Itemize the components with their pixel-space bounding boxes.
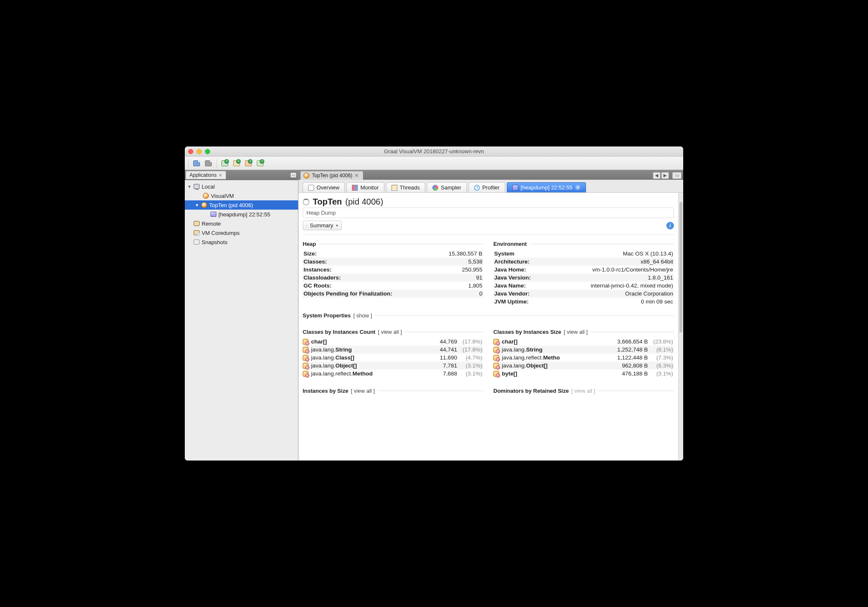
class-percent: (6.3%) (650, 362, 674, 369)
page-subtitle: Heap Dump (303, 208, 674, 218)
kv-value: 250,955 (462, 266, 483, 273)
class-count: 44,741 (428, 346, 457, 353)
profiler-icon (474, 185, 480, 191)
tab-label: [heapdump] 22:52:55 (521, 184, 572, 191)
add-snapshot-button[interactable] (256, 159, 265, 168)
class-row[interactable]: byte[]476,188 B(3.1%) (493, 370, 674, 378)
class-percent: (7.3%) (650, 354, 674, 361)
class-row[interactable]: java.lang.Class[]11,690(4.7%) (303, 354, 483, 362)
app-window: Graal VisualVM 20180227-unknown-revn App… (185, 146, 683, 461)
loading-icon (303, 199, 309, 205)
environment-section: Environment SystemMac OS X (10.13.4)Arch… (493, 238, 674, 306)
chevron-down-icon[interactable]: ▼ (187, 184, 192, 189)
tree-node-snapshots[interactable]: ▼ Snapshots (185, 237, 298, 247)
main-tab-label: TopTen (pid 4006) (312, 173, 352, 178)
class-row[interactable]: char[]3,666,654 B(23.8%) (493, 338, 674, 346)
kv-key: Instances: (303, 266, 332, 273)
tab-nav-right[interactable]: ▶ (661, 172, 669, 179)
view-all-link[interactable]: [ view all ] (564, 329, 588, 335)
class-row[interactable]: java.lang.reflect.Method7,688(3.1%) (303, 370, 483, 378)
monitor-icon (194, 184, 200, 189)
applications-panel-tab[interactable]: Applications ✕ (186, 171, 226, 179)
summary-dropdown[interactable]: Summary ▾ (303, 221, 342, 230)
toolbar (185, 157, 683, 170)
vertical-scrollbar[interactable] (678, 193, 683, 461)
show-system-properties-link[interactable]: [ show ] (353, 312, 372, 319)
heap-section: Heap Size:15,380,557 BClasses:5,538Insta… (303, 238, 483, 306)
class-percent: (3.1%) (650, 370, 674, 377)
chevron-down-icon: ▾ (336, 223, 338, 228)
classes-by-count-section: Classes by Instances Count [ view all ] … (303, 326, 483, 378)
add-local-button[interactable] (220, 159, 229, 168)
kv-row: Java Vendor:Oracle Corporation (493, 290, 674, 298)
kv-key: Java Vendor: (493, 290, 530, 297)
class-percent: (3.1%) (460, 370, 483, 377)
class-name: java.lang.Object[] (311, 362, 357, 369)
class-icon (303, 355, 309, 361)
view-all-link[interactable]: [ view all ] (351, 388, 375, 394)
overview-icon (308, 185, 314, 191)
tab-monitor[interactable]: Monitor (346, 182, 384, 192)
kv-value: x86_64 64bit (641, 258, 674, 265)
tab-sampler[interactable]: Sampler (427, 182, 466, 192)
kv-value: Mac OS X (10.13.4) (623, 250, 674, 257)
close-icon[interactable]: ✕ (354, 173, 359, 178)
scrollbar-thumb[interactable] (679, 202, 682, 333)
class-count: 44,769 (428, 338, 457, 345)
tab-profiler[interactable]: Profiler (469, 182, 505, 192)
heapdump-icon (512, 185, 518, 191)
close-icon[interactable]: ✕ (218, 173, 222, 178)
tab-maximize-button[interactable]: ▭ (672, 172, 682, 179)
kv-value: 5,538 (468, 258, 483, 265)
tree-node-topten[interactable]: ▼ TopTen (pid 4006) (185, 200, 298, 210)
class-count: 476,188 B (618, 370, 648, 377)
section-heading: Environment (493, 241, 527, 247)
kv-row: GC Roots:1,805 (303, 282, 483, 290)
kv-value: 1,805 (468, 282, 483, 289)
tab-overview[interactable]: Overview (303, 182, 345, 192)
class-icon (303, 339, 309, 345)
tree-node-coredumps[interactable]: ▼ VM Coredumps (185, 228, 298, 237)
node-label: TopTen (pid 4006) (209, 202, 253, 208)
class-row[interactable]: java.lang.String1,252,748 B(8.1%) (493, 346, 674, 354)
tree-node-local[interactable]: ▼ Local (185, 182, 298, 191)
class-row[interactable]: java.lang.Object[]962,808 B(6.3%) (493, 362, 674, 370)
tree-node-remote[interactable]: ▼ Remote (185, 219, 298, 228)
remote-icon (194, 221, 200, 226)
class-count: 3,666,654 B (617, 338, 648, 345)
section-heading: Classes by Instances Count (303, 329, 375, 335)
info-button[interactable]: i (666, 222, 674, 229)
applications-panel-label: Applications (189, 172, 217, 178)
class-percent: (17.8%) (460, 338, 483, 345)
kv-value: 0 min 09 sec (641, 298, 674, 305)
kv-row: Java Name:internal-jvmci-0.42, mixed mod… (493, 282, 674, 290)
view-all-link[interactable]: [ view all ] (571, 388, 595, 394)
class-row[interactable]: char[]44,769(17.8%) (303, 338, 483, 346)
class-icon (493, 363, 499, 369)
node-label: VisualVM (211, 193, 234, 199)
class-row[interactable]: java.lang.Object[]7,781(3.1%) (303, 362, 483, 370)
close-icon[interactable]: ✕ (575, 185, 580, 190)
tree-node-heapdump[interactable]: [heapdump] 22:52:55 (185, 210, 298, 219)
minimize-panel-button[interactable]: ▭ (290, 173, 296, 178)
tree-node-visualvm[interactable]: VisualVM (185, 191, 298, 200)
class-name: char[] (311, 338, 327, 345)
kv-value: vm-1.0.0-rc1/Contents/Home/jre (592, 266, 674, 273)
class-count: 962,808 B (618, 362, 648, 369)
class-row[interactable]: java.lang.reflect.Metho1,122,448 B(7.3%) (493, 354, 674, 362)
class-name: java.lang.reflect.Method (311, 370, 373, 377)
main-tab-topten[interactable]: TopTen (pid 4006) ✕ (300, 171, 363, 180)
list-icon (306, 225, 307, 226)
class-row[interactable]: java.lang.String44,741(17.8%) (303, 346, 483, 354)
open-file-button[interactable] (192, 159, 201, 168)
kv-key: GC Roots: (303, 282, 332, 289)
chevron-down-icon[interactable]: ▼ (195, 203, 199, 208)
add-jmx-button[interactable] (232, 159, 241, 168)
add-coredump-button[interactable] (244, 159, 253, 168)
view-all-link[interactable]: [ view all ] (378, 329, 402, 335)
class-icon (493, 371, 499, 377)
tab-heapdump[interactable]: [heapdump] 22:52:55 ✕ (507, 182, 586, 192)
tab-nav-left[interactable]: ◀ (653, 172, 660, 179)
tab-threads[interactable]: Threads (386, 182, 426, 192)
save-file-button[interactable] (204, 159, 213, 168)
